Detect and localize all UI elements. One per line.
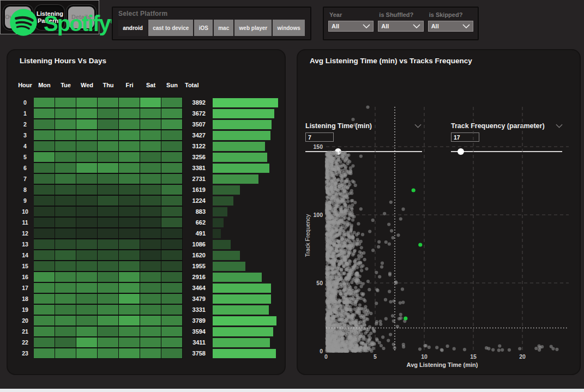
platform-button-mac[interactable]: mac	[214, 20, 233, 36]
heatmap-cell-16-mon[interactable]	[34, 272, 55, 282]
heatmap-cell-19-mon[interactable]	[34, 304, 55, 315]
scatter-plot[interactable]: 05101520050100150Avg Listening Time (min…	[298, 105, 580, 372]
heatmap-cell-14-thu[interactable]	[98, 250, 119, 261]
heatmap-cell-14-sun[interactable]	[161, 250, 183, 261]
heatmap-cell-13-sun[interactable]	[161, 239, 183, 250]
heatmap-cell-6-sun[interactable]	[161, 162, 183, 173]
total-bar[interactable]	[213, 284, 271, 293]
heatmap-cell-7-fri[interactable]	[119, 173, 140, 184]
heatmap-cell-19-tue[interactable]	[55, 304, 76, 315]
heatmap-cell-11-mon[interactable]	[34, 217, 55, 228]
heatmap-cell-12-tue[interactable]	[55, 228, 76, 239]
heatmap-cell-1-mon[interactable]	[34, 108, 55, 119]
heatmap-cell-15-sat[interactable]	[140, 261, 161, 272]
heatmap-cell-23-thu[interactable]	[98, 348, 119, 359]
heatmap-cell-10-sun[interactable]	[161, 206, 183, 217]
heatmap-cell-22-thu[interactable]	[98, 337, 119, 348]
heatmap-cell-7-tue[interactable]	[55, 173, 76, 184]
heatmap-cell-14-sat[interactable]	[140, 250, 161, 261]
heatmap-cell-15-wed[interactable]	[76, 261, 98, 272]
heatmap-cell-11-tue[interactable]	[55, 217, 76, 228]
heatmap-cell-16-wed[interactable]	[76, 272, 98, 282]
heatmap-cell-7-wed[interactable]	[76, 173, 98, 184]
heatmap-cell-4-sat[interactable]	[140, 141, 161, 152]
heatmap-cell-22-sun[interactable]	[161, 337, 183, 348]
heatmap-cell-13-thu[interactable]	[98, 239, 119, 250]
heatmap-cell-0-sat[interactable]	[140, 97, 161, 108]
total-bar[interactable]	[213, 273, 262, 282]
heatmap-cell-0-fri[interactable]	[119, 97, 140, 108]
heatmap-cell-22-mon[interactable]	[34, 337, 55, 348]
heatmap-cell-3-tue[interactable]	[55, 130, 76, 141]
heatmap-cell-12-sat[interactable]	[140, 228, 161, 239]
heatmap-cell-20-wed[interactable]	[76, 315, 98, 326]
heatmap-cell-8-mon[interactable]	[34, 184, 55, 195]
heatmap-cell-2-fri[interactable]	[119, 119, 140, 130]
heatmap-cell-3-mon[interactable]	[34, 130, 55, 141]
heatmap-cell-16-fri[interactable]	[119, 272, 140, 282]
heatmap-cell-9-sun[interactable]	[161, 195, 183, 206]
heatmap-cell-7-thu[interactable]	[98, 173, 119, 184]
heatmap-cell-5-mon[interactable]	[34, 152, 55, 162]
total-bar[interactable]	[213, 131, 270, 140]
total-bar[interactable]	[213, 174, 258, 184]
heatmap-cell-1-sun[interactable]	[161, 108, 183, 119]
total-bar[interactable]	[213, 153, 267, 162]
heatmap-cell-23-sun[interactable]	[161, 348, 183, 359]
heatmap-cell-5-wed[interactable]	[76, 152, 98, 162]
heatmap-cell-11-thu[interactable]	[98, 217, 119, 228]
heatmap-cell-17-fri[interactable]	[119, 282, 140, 293]
heatmap-cell-0-tue[interactable]	[55, 97, 76, 108]
total-bar[interactable]	[213, 251, 240, 260]
platform-button-web-player[interactable]: web player	[234, 20, 272, 36]
heatmap-cell-1-fri[interactable]	[119, 108, 140, 119]
heatmap-cell-6-wed[interactable]	[76, 162, 98, 173]
heatmap-cell-21-fri[interactable]	[119, 326, 140, 337]
total-bar[interactable]	[213, 164, 269, 173]
heatmap-cell-5-thu[interactable]	[98, 152, 119, 162]
heatmap-cell-21-sun[interactable]	[161, 326, 183, 337]
heatmap-cell-2-thu[interactable]	[98, 119, 119, 130]
heatmap-cell-22-fri[interactable]	[119, 337, 140, 348]
heatmap-cell-18-fri[interactable]	[119, 293, 140, 304]
heatmap-cell-21-mon[interactable]	[34, 326, 55, 337]
heatmap-cell-12-sun[interactable]	[161, 228, 183, 239]
heatmap-cell-10-mon[interactable]	[34, 206, 55, 217]
heatmap-cell-15-tue[interactable]	[55, 261, 76, 272]
heatmap-cell-5-tue[interactable]	[55, 152, 76, 162]
heatmap-cell-13-tue[interactable]	[55, 239, 76, 250]
heatmap-cell-17-tue[interactable]	[55, 282, 76, 293]
heatmap-cell-23-sat[interactable]	[140, 348, 161, 359]
filter-shuffled-dropdown[interactable]: All	[378, 21, 423, 32]
heatmap-cell-12-mon[interactable]	[34, 228, 55, 239]
heatmap-cell-13-mon[interactable]	[34, 239, 55, 250]
total-bar[interactable]	[213, 294, 271, 304]
heatmap-cell-9-tue[interactable]	[55, 195, 76, 206]
heatmap-cell-20-sat[interactable]	[140, 315, 161, 326]
heatmap-cell-4-wed[interactable]	[76, 141, 98, 152]
heatmap-cell-20-mon[interactable]	[34, 315, 55, 326]
heatmap-cell-19-fri[interactable]	[119, 304, 140, 315]
heatmap-cell-13-wed[interactable]	[76, 239, 98, 250]
heatmap-cell-16-tue[interactable]	[55, 272, 76, 282]
total-bar[interactable]	[213, 142, 265, 151]
heatmap-cell-11-sun[interactable]	[161, 217, 183, 228]
heatmap-cell-21-thu[interactable]	[98, 326, 119, 337]
platform-button-android[interactable]: android	[118, 20, 147, 36]
heatmap-cell-5-sun[interactable]	[161, 152, 183, 162]
heatmap-cell-11-sat[interactable]	[140, 217, 161, 228]
heatmap-cell-15-mon[interactable]	[34, 261, 55, 272]
heatmap-cell-9-sat[interactable]	[140, 195, 161, 206]
heatmap-cell-22-wed[interactable]	[76, 337, 98, 348]
heatmap-cell-9-fri[interactable]	[119, 195, 140, 206]
heatmap-cell-12-wed[interactable]	[76, 228, 98, 239]
heatmap-cell-4-tue[interactable]	[55, 141, 76, 152]
heatmap-cell-14-mon[interactable]	[34, 250, 55, 261]
heatmap-cell-19-wed[interactable]	[76, 304, 98, 315]
heatmap-cell-12-thu[interactable]	[98, 228, 119, 239]
heatmap-cell-2-wed[interactable]	[76, 119, 98, 130]
heatmap-cell-18-thu[interactable]	[98, 293, 119, 304]
heatmap-cell-0-thu[interactable]	[98, 97, 119, 108]
heatmap-cell-16-sun[interactable]	[161, 272, 183, 282]
heatmap-cell-0-wed[interactable]	[76, 97, 98, 108]
